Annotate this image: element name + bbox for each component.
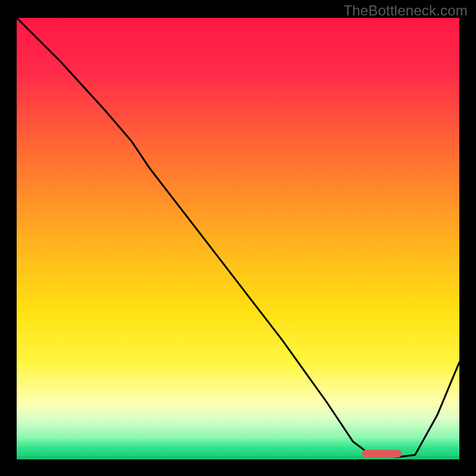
optimal-marker xyxy=(362,450,402,458)
chart-background xyxy=(17,18,459,459)
bottleneck-chart xyxy=(17,18,459,459)
watermark: TheBottleneck.com xyxy=(343,2,468,19)
